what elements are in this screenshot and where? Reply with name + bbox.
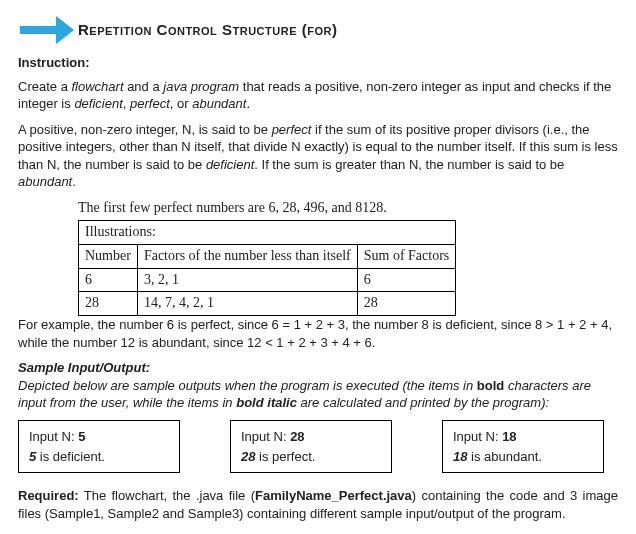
result-n: 28 xyxy=(241,449,255,464)
bold-word: bold xyxy=(477,378,504,393)
bold-italic-word: bold italic xyxy=(236,395,297,410)
text: Create a xyxy=(18,79,71,94)
text: The flowchart, the .java file ( xyxy=(79,488,255,503)
arrow-icon xyxy=(18,12,78,48)
table-row: 28 14, 7, 4, 2, 1 28 xyxy=(79,292,456,316)
cell-s: 6 xyxy=(357,268,456,292)
result-n: 18 xyxy=(453,449,467,464)
required-paragraph: Required: The flowchart, the .java file … xyxy=(18,487,618,522)
abundant-word: abundant xyxy=(192,96,246,111)
cell-s: 28 xyxy=(357,292,456,316)
abundant-word: abundant xyxy=(18,174,72,189)
sample-box: Input N: 28 28 is perfect. xyxy=(230,420,392,473)
prompt: Input N: xyxy=(241,429,290,444)
text: are calculated and printed by the progra… xyxy=(297,395,549,410)
flowchart-word: flowchart xyxy=(71,79,123,94)
sample-io-heading-block: Sample Input/Output: Depicted below are … xyxy=(18,359,618,412)
text: . If the sum is greater than N, the numb… xyxy=(254,157,564,172)
result-text: is perfect. xyxy=(255,449,315,464)
deficient-word: deficient xyxy=(206,157,254,172)
text: Depicted below are sample outputs when t… xyxy=(18,378,477,393)
sample-box: Input N: 5 5 is deficient. xyxy=(18,420,180,473)
result-text: is abundant. xyxy=(467,449,541,464)
title-row: Repetition Control Structure (for) xyxy=(18,12,618,48)
text: , or xyxy=(170,96,192,111)
sample-io-heading: Sample Input/Output: xyxy=(18,360,150,375)
instruction-p1: Create a flowchart and a java program th… xyxy=(18,78,618,113)
input-value: 5 xyxy=(78,429,85,444)
main-title: Repetition Control Structure (for) xyxy=(78,20,337,40)
cell-n: 28 xyxy=(79,292,138,316)
text: and a xyxy=(124,79,164,94)
table-row: 6 3, 2, 1 6 xyxy=(79,268,456,292)
col-number: Number xyxy=(79,244,138,268)
perfect-word: perfect xyxy=(130,96,170,111)
prompt: Input N: xyxy=(453,429,502,444)
illustrations-table: Illustrations: Number Factors of the num… xyxy=(78,220,456,317)
illus-label: Illustrations: xyxy=(79,220,456,244)
result-text: is deficient. xyxy=(36,449,105,464)
col-factors: Factors of the number less than itself xyxy=(137,244,357,268)
filename: FamilyName_Perfect.java xyxy=(255,488,412,503)
sample-grid: Input N: 5 5 is deficient. Input N: 28 2… xyxy=(18,420,618,473)
input-value: 28 xyxy=(290,429,304,444)
deficient-word: deficient xyxy=(74,96,122,111)
definition-paragraph: A positive, non-zero integer, N, is said… xyxy=(18,121,618,191)
illustrations-block: Illustrations: Number Factors of the num… xyxy=(78,220,618,317)
text: . xyxy=(72,174,76,189)
perfect-word: perfect xyxy=(272,122,312,137)
text: A positive, non-zero integer, N, is said… xyxy=(18,122,272,137)
required-label: Required: xyxy=(18,488,79,503)
cell-f: 14, 7, 4, 2, 1 xyxy=(137,292,357,316)
sample-box: Input N: 18 18 is abundant. xyxy=(442,420,604,473)
input-value: 18 xyxy=(502,429,516,444)
prompt: Input N: xyxy=(29,429,78,444)
text: . xyxy=(246,96,250,111)
perfect-numbers-line: The first few perfect numbers are 6, 28,… xyxy=(78,199,618,218)
java-word: java program xyxy=(163,79,239,94)
instruction-label: Instruction: xyxy=(18,54,618,72)
text: , xyxy=(123,96,130,111)
cell-n: 6 xyxy=(79,268,138,292)
cell-f: 3, 2, 1 xyxy=(137,268,357,292)
col-sum: Sum of Factors xyxy=(357,244,456,268)
example-paragraph: For example, the number 6 is perfect, si… xyxy=(18,316,618,351)
